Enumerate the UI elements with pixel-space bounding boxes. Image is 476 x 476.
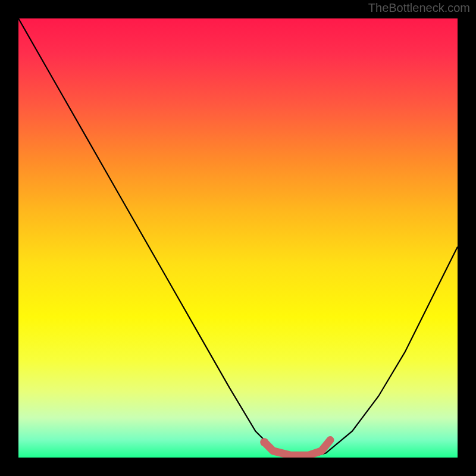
watermark-text: TheBottleneck.com <box>368 1 470 15</box>
chart-svg <box>18 18 458 458</box>
sweet-spot-highlight <box>264 440 330 456</box>
bottleneck-curve-line <box>18 18 458 458</box>
sweet-spot-dot <box>260 438 268 446</box>
plot-area <box>18 18 458 458</box>
